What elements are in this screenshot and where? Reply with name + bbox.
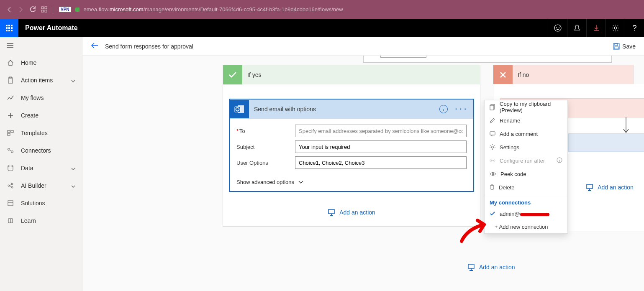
ctx-label: Copy to my clipboard (Preview) bbox=[500, 101, 562, 113]
branch-header-yes[interactable]: If yes bbox=[223, 65, 480, 84]
sidebar-item-action-items[interactable]: Action items bbox=[0, 71, 82, 89]
ctx-settings[interactable]: Settings bbox=[485, 140, 567, 154]
sidebar-item-home[interactable]: Home bbox=[0, 54, 82, 71]
nav-label: My flows bbox=[21, 94, 44, 101]
help-icon[interactable]: ? bbox=[625, 19, 644, 37]
action-card-send-email[interactable]: Send email with options i · · · *To bbox=[229, 99, 474, 192]
save-button[interactable]: Save bbox=[613, 43, 636, 50]
svg-point-7 bbox=[614, 27, 617, 29]
copy-icon bbox=[490, 104, 495, 110]
sidebar-item-templates[interactable]: Templates bbox=[0, 124, 82, 142]
ctx-connection-item[interactable]: admin@ bbox=[485, 207, 567, 220]
no-branch-action-placeholder[interactable] bbox=[568, 133, 644, 152]
flow-canvas[interactable]: If yes Send email with options i bbox=[82, 56, 644, 291]
nav-label: Home bbox=[21, 59, 36, 66]
hamburger-icon bbox=[7, 43, 13, 48]
sidebar-item-data[interactable]: Data bbox=[0, 159, 82, 177]
browser-back-icon[interactable] bbox=[3, 4, 15, 15]
browser-reload-icon[interactable] bbox=[27, 4, 38, 15]
flow-arrow-icon bbox=[623, 117, 629, 135]
ctx-label: Configure run after bbox=[500, 158, 545, 164]
svg-point-13 bbox=[8, 148, 10, 151]
previous-step-stub bbox=[363, 56, 612, 63]
clipboard-icon bbox=[7, 77, 14, 84]
nav-label: Solutions bbox=[21, 200, 45, 207]
svg-point-15 bbox=[8, 165, 13, 167]
add-action-yes[interactable]: Add an action bbox=[229, 209, 474, 216]
ctx-label: Settings bbox=[500, 144, 519, 151]
label-subject: Subject bbox=[236, 144, 295, 150]
info-icon[interactable]: i bbox=[557, 157, 562, 164]
label-to: *To bbox=[236, 128, 295, 134]
peek-icon bbox=[490, 171, 496, 176]
sidebar-item-ai-builder[interactable]: AI Builder bbox=[0, 177, 82, 194]
feedback-icon[interactable] bbox=[548, 19, 567, 37]
main-area: Send form responses for approval Save If… bbox=[82, 37, 644, 291]
browser-apps-icon[interactable] bbox=[38, 4, 50, 15]
sidebar-item-connectors[interactable]: Connectors bbox=[0, 142, 82, 159]
svg-rect-19 bbox=[8, 201, 13, 206]
ctx-configure-run-after: Configure run after i bbox=[485, 154, 567, 167]
svg-point-31 bbox=[492, 146, 494, 148]
back-button[interactable] bbox=[91, 43, 98, 50]
flows-icon bbox=[7, 95, 14, 101]
svg-point-33 bbox=[493, 160, 495, 161]
check-icon bbox=[223, 65, 242, 84]
input-subject[interactable] bbox=[295, 140, 467, 153]
check-icon bbox=[490, 211, 495, 216]
save-icon bbox=[613, 43, 620, 50]
branch-header-no[interactable]: If no bbox=[493, 65, 633, 84]
app-header: Power Automate ? bbox=[0, 19, 644, 37]
branch-if-yes: If yes Send email with options i bbox=[223, 65, 480, 227]
url-host: microsoft.com bbox=[110, 6, 144, 13]
ctx-peek-code[interactable]: Peek code bbox=[485, 167, 567, 181]
sidebar-item-my-flows[interactable]: My flows bbox=[0, 89, 82, 107]
action-card-header[interactable]: Send email with options i · · · bbox=[230, 100, 473, 119]
url-path: /manage/environments/Default-7066f4d6-cc… bbox=[144, 6, 343, 13]
add-action-label: Add an action bbox=[339, 209, 375, 216]
ctx-copy[interactable]: Copy to my clipboard (Preview) bbox=[485, 100, 567, 114]
add-step-icon bbox=[586, 184, 593, 191]
browser-url[interactable]: emea.flow.microsoft.com/manage/environme… bbox=[84, 6, 343, 13]
svg-rect-22 bbox=[614, 47, 618, 49]
book-icon bbox=[7, 218, 14, 224]
svg-rect-29 bbox=[490, 105, 494, 110]
redacted-text bbox=[520, 213, 549, 216]
nav-label: Learn bbox=[21, 217, 36, 224]
ctx-rename[interactable]: Rename bbox=[485, 114, 567, 127]
svg-rect-27 bbox=[587, 184, 593, 189]
connectors-icon bbox=[7, 148, 14, 153]
svg-rect-21 bbox=[615, 43, 618, 46]
ctx-comment[interactable]: Add a comment bbox=[485, 127, 567, 140]
svg-rect-2 bbox=[41, 10, 44, 12]
connection-email: admin@ bbox=[500, 211, 549, 217]
ctx-delete[interactable]: Delete bbox=[485, 181, 567, 194]
branch-if-no: If no bbox=[493, 65, 634, 84]
browser-forward-icon[interactable] bbox=[15, 4, 27, 15]
settings-icon[interactable] bbox=[606, 19, 625, 37]
download-icon[interactable] bbox=[586, 19, 606, 37]
input-user-options[interactable] bbox=[295, 156, 467, 169]
svg-rect-1 bbox=[45, 7, 47, 9]
sidebar-item-solutions[interactable]: Solutions bbox=[0, 194, 82, 212]
ctx-add-connection[interactable]: + Add new connection bbox=[485, 220, 567, 233]
sidebar-toggle[interactable] bbox=[0, 37, 82, 54]
input-to[interactable] bbox=[295, 125, 467, 137]
pencil-icon bbox=[490, 117, 495, 123]
plus-icon bbox=[7, 112, 14, 118]
sidebar-item-learn[interactable]: Learn bbox=[0, 212, 82, 230]
more-menu-button[interactable]: · · · bbox=[455, 105, 467, 113]
editor-toolbar: Send form responses for approval Save bbox=[82, 37, 644, 56]
flow-title[interactable]: Send form responses for approval bbox=[105, 43, 193, 50]
browser-chrome: VPN emea.flow.microsoft.com/manage/envir… bbox=[0, 0, 644, 19]
show-advanced-toggle[interactable]: Show advanced options bbox=[230, 175, 473, 191]
notifications-icon[interactable] bbox=[567, 19, 586, 37]
app-launcher-button[interactable] bbox=[0, 19, 18, 37]
svg-point-16 bbox=[8, 185, 10, 186]
sidebar-item-create[interactable]: Create bbox=[0, 107, 82, 124]
add-action-bottom[interactable]: Add an action bbox=[467, 263, 515, 271]
waffle-icon bbox=[6, 25, 13, 31]
gear-icon bbox=[490, 144, 495, 150]
info-icon[interactable]: i bbox=[439, 105, 448, 113]
branch-title: If no bbox=[518, 71, 529, 78]
